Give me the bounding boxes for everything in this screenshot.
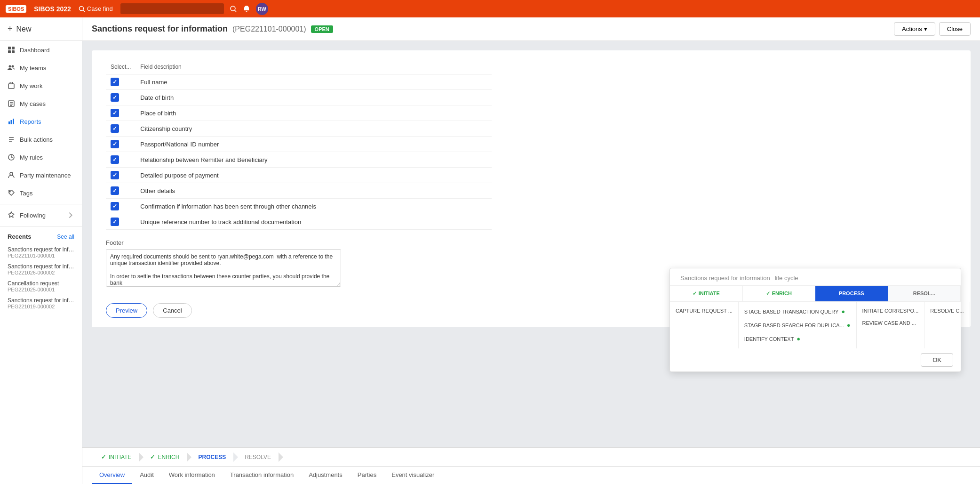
- user-avatar[interactable]: RW: [256, 3, 268, 15]
- table-row: Confirmation if information has been sen…: [106, 199, 492, 214]
- topbar: SIBOS SIBOS 2022 Case find RW: [0, 0, 980, 17]
- recent-item-3[interactable]: Sanctions request for infor... PEG221019…: [8, 295, 74, 312]
- bell-icon[interactable]: [243, 5, 250, 13]
- field-description-5: Relationship between Remitter and Benefi…: [135, 152, 492, 168]
- stage-enrich: ✓ ENRICH: [141, 454, 189, 460]
- svg-point-0: [79, 6, 83, 10]
- field-checkbox-1[interactable]: [111, 93, 119, 102]
- field-description-3: Citizenship country: [135, 121, 492, 137]
- sidebar-item-following[interactable]: Following: [0, 206, 82, 224]
- cancel-button[interactable]: Cancel: [153, 303, 191, 318]
- task-check-green-0: ●: [841, 308, 845, 315]
- popup-col-resolve: RESOLVE C...: [924, 302, 970, 348]
- svg-rect-17: [13, 119, 14, 124]
- field-description-4: Passport/National ID number: [135, 137, 492, 152]
- field-description-9: Unique reference number to track additio…: [135, 214, 492, 230]
- sidebar-item-reports[interactable]: Reports: [0, 113, 82, 130]
- search-icon-right[interactable]: [230, 5, 237, 13]
- popup-stage-initiate: ✓INITIATE: [670, 286, 743, 301]
- popup-task-initiate-corr: INITIATE CORRESPO...: [857, 305, 924, 317]
- recent-item-2[interactable]: Cancellation request PEG221025-000001: [8, 278, 74, 295]
- preview-button[interactable]: Preview: [106, 303, 147, 318]
- bulk-icon: [8, 136, 15, 143]
- popup-col-process: INITIATE CORRESPO... REVIEW CASE AND ...: [857, 302, 925, 348]
- field-description-7: Other details: [135, 183, 492, 199]
- cases-icon: [8, 100, 15, 107]
- sidebar-item-my-cases[interactable]: My cases: [0, 95, 82, 113]
- field-checkbox-9[interactable]: [111, 218, 119, 226]
- bottom-tabs: Overview Audit Work information Transact…: [82, 466, 980, 484]
- popup-stage-enrich: ✓ENRICH: [743, 286, 816, 301]
- ok-button[interactable]: OK: [921, 353, 953, 367]
- table-row: Other details: [106, 183, 492, 199]
- close-button[interactable]: Close: [939, 22, 971, 36]
- plus-icon: +: [8, 24, 13, 34]
- task-check-green-1: ●: [847, 322, 851, 329]
- svg-point-9: [12, 65, 14, 68]
- table-row: Citizenship country: [106, 121, 492, 137]
- footer-label: Footer: [106, 239, 492, 246]
- case-find-link[interactable]: Case find: [79, 5, 113, 12]
- svg-rect-7: [12, 50, 15, 53]
- field-checkbox-5[interactable]: [111, 155, 119, 164]
- recent-item-1[interactable]: Sanctions request for infor... PEG221026…: [8, 261, 74, 278]
- tab-parties[interactable]: Parties: [350, 467, 384, 484]
- sidebar-item-my-rules[interactable]: My rules: [0, 148, 82, 166]
- chevron-right-icon: [67, 211, 74, 219]
- field-checkbox-4[interactable]: [111, 140, 119, 148]
- svg-rect-15: [8, 121, 10, 124]
- new-button[interactable]: + New: [0, 17, 82, 41]
- svg-rect-4: [8, 47, 11, 49]
- dashboard-icon: [8, 46, 15, 54]
- lifecycle-popup-header: Sanctions request for information life c…: [670, 268, 961, 286]
- footer-section: Footer: [106, 239, 492, 288]
- task-check-green-2: ●: [797, 335, 800, 342]
- svg-point-8: [9, 65, 11, 68]
- app-name: SIBOS 2022: [34, 5, 71, 13]
- field-description-6: Detailed purpose of payment: [135, 168, 492, 183]
- status-badge: OPEN: [311, 25, 333, 33]
- page-title: Sanctions request for information: [92, 24, 228, 34]
- teams-icon: [8, 64, 15, 72]
- footer-textarea[interactable]: [106, 249, 341, 287]
- field-checkbox-7[interactable]: [111, 186, 119, 195]
- actions-button[interactable]: Actions ▾: [894, 22, 935, 36]
- svg-rect-6: [8, 50, 11, 53]
- tab-transaction-information[interactable]: Transaction information: [223, 467, 301, 484]
- content-area: Select... Field description Full name Da…: [82, 41, 980, 447]
- tab-overview[interactable]: Overview: [92, 467, 132, 484]
- sidebar-item-bulk-actions[interactable]: Bulk actions: [0, 130, 82, 148]
- sidebar-item-dashboard[interactable]: Dashboard: [0, 41, 82, 59]
- table-row: Full name: [106, 74, 492, 90]
- tab-event-visualizer[interactable]: Event visualizer: [384, 467, 442, 484]
- popup-task-identify-context: IDENTIFY CONTEXT ●: [739, 332, 856, 346]
- rules-icon: [8, 153, 15, 161]
- field-checkbox-2[interactable]: [111, 109, 119, 117]
- table-row: Relationship between Remitter and Benefi…: [106, 152, 492, 168]
- lifecycle-popup: Sanctions request for information life c…: [669, 268, 961, 372]
- topbar-right: RW: [120, 3, 268, 15]
- sidebar-item-my-work[interactable]: My work: [0, 77, 82, 95]
- case-id: (PEG221101-000001): [232, 25, 306, 33]
- field-checkbox-3[interactable]: [111, 124, 119, 133]
- tags-icon: [8, 189, 15, 197]
- popup-stage-process: PROCESS: [815, 286, 888, 301]
- sidebar-item-party-maintenance[interactable]: Party maintenance: [0, 166, 82, 184]
- sidebar-item-tags[interactable]: Tags: [0, 184, 82, 202]
- field-checkbox-8[interactable]: [111, 202, 119, 210]
- popup-stage-resolve: RESOL...: [888, 286, 961, 301]
- stage-resolve: RESOLVE: [235, 454, 280, 460]
- lifecycle-bar: ✓ INITIATE ✓ ENRICH PROCESS RESOLVE: [82, 447, 980, 466]
- popup-task-txn-query: STAGE BASED TRANSACTION QUERY ●: [739, 305, 856, 318]
- sidebar-item-my-teams[interactable]: My teams: [0, 59, 82, 77]
- see-all-link[interactable]: See all: [57, 234, 74, 240]
- tab-audit[interactable]: Audit: [132, 467, 161, 484]
- following-icon: [8, 211, 15, 219]
- field-checkbox-0[interactable]: [111, 78, 119, 86]
- recent-item-0[interactable]: Sanctions request for infor... PEG221101…: [8, 244, 74, 261]
- field-checkbox-6[interactable]: [111, 171, 119, 179]
- global-search-input[interactable]: [120, 3, 224, 14]
- tab-work-information[interactable]: Work information: [161, 467, 223, 484]
- popup-col-initiate: CAPTURE REQUEST ...: [670, 302, 739, 348]
- tab-adjustments[interactable]: Adjustments: [301, 467, 350, 484]
